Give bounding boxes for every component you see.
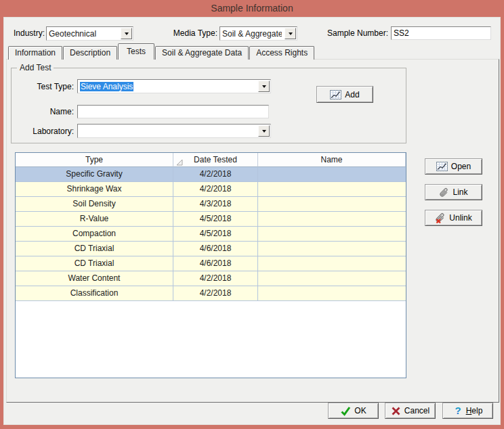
table-row[interactable]: Water Content 4/2/2018 bbox=[16, 271, 406, 286]
dialog-body: Industry: Geotechnical Media Type: Soil … bbox=[3, 17, 501, 425]
cell-date-tested: 4/3/2018 bbox=[173, 197, 258, 212]
sample-number-label: Sample Number: bbox=[316, 28, 388, 38]
cell-date-tested: 4/5/2018 bbox=[173, 227, 258, 242]
test-name-label: Name: bbox=[14, 107, 74, 116]
cell-name bbox=[258, 182, 406, 197]
industry-label: Industry: bbox=[11, 28, 45, 38]
tab-tests[interactable]: Tests bbox=[118, 43, 154, 60]
link-button[interactable]: Link bbox=[425, 184, 482, 200]
chart-icon bbox=[330, 90, 341, 99]
cell-type: Soil Density bbox=[16, 197, 173, 212]
cell-date-tested: 4/2/2018 bbox=[173, 167, 258, 182]
open-button[interactable]: Open bbox=[425, 158, 482, 175]
cell-name bbox=[258, 197, 406, 212]
table-row[interactable]: Classification 4/2/2018 bbox=[16, 286, 406, 301]
cell-name bbox=[258, 256, 406, 271]
cell-date-tested: 4/2/2018 bbox=[173, 286, 258, 301]
laboratory-label: Laboratory: bbox=[14, 127, 74, 136]
cell-type: Classification bbox=[16, 286, 173, 301]
cell-type: Compaction bbox=[16, 227, 173, 242]
ok-button[interactable]: OK bbox=[328, 403, 379, 419]
cell-name bbox=[258, 242, 406, 256]
table-row[interactable]: Shrinkage Wax 4/2/2018 bbox=[16, 182, 406, 197]
x-icon bbox=[391, 406, 401, 416]
test-name-input[interactable] bbox=[77, 105, 269, 118]
svg-text:?: ? bbox=[455, 405, 461, 416]
cell-type: CD Triaxial bbox=[16, 242, 173, 256]
chart-icon bbox=[436, 162, 448, 171]
cell-date-tested: 4/6/2018 bbox=[173, 256, 258, 271]
table-row[interactable]: CD Triaxial 4/6/2018 bbox=[16, 242, 406, 256]
test-type-label: Test Type: bbox=[14, 82, 74, 91]
cell-name bbox=[258, 271, 406, 286]
cell-type: Shrinkage Wax bbox=[16, 182, 173, 197]
table-header-row: Type Date Tested Name bbox=[16, 153, 406, 167]
media-type-value: Soil & Aggregates bbox=[222, 28, 282, 39]
tab-access-rights[interactable]: Access Rights bbox=[249, 46, 314, 60]
column-header-name[interactable]: Name bbox=[258, 153, 406, 167]
cell-name bbox=[258, 227, 406, 242]
title-bar: Sample Information bbox=[0, 0, 504, 17]
cell-name bbox=[258, 212, 406, 227]
cell-date-tested: 4/2/2018 bbox=[173, 271, 258, 286]
table-row[interactable]: CD Triaxial 4/6/2018 bbox=[16, 256, 406, 271]
column-header-date-tested[interactable]: Date Tested bbox=[173, 153, 258, 167]
cell-type: Specific Gravity bbox=[16, 167, 173, 182]
cell-date-tested: 4/5/2018 bbox=[173, 212, 258, 227]
cell-type: CD Triaxial bbox=[16, 256, 173, 271]
dropdown-arrow-icon[interactable] bbox=[258, 125, 270, 137]
dropdown-arrow-icon[interactable] bbox=[285, 28, 296, 39]
cell-date-tested: 4/2/2018 bbox=[173, 182, 258, 197]
dropdown-arrow-icon[interactable] bbox=[258, 81, 270, 92]
check-icon bbox=[340, 406, 351, 416]
table-row[interactable]: Compaction 4/5/2018 bbox=[16, 227, 406, 242]
laboratory-dropdown[interactable] bbox=[77, 124, 271, 138]
column-header-type[interactable]: Type bbox=[16, 153, 173, 167]
tab-soil-aggregate-data[interactable]: Soil & Aggregate Data bbox=[155, 46, 249, 60]
unlink-button[interactable]: Unlink bbox=[425, 210, 482, 226]
test-type-dropdown[interactable]: Sieve Analysis bbox=[77, 79, 271, 93]
tests-table: Type Date Tested Name Specific Gravity 4… bbox=[15, 152, 406, 378]
test-type-selected-text: Sieve Analysis bbox=[80, 82, 133, 91]
media-type-label: Media Type: bbox=[167, 28, 217, 38]
help-button[interactable]: ? Help bbox=[442, 403, 493, 419]
table-row[interactable]: Soil Density 4/3/2018 bbox=[16, 197, 406, 212]
industry-value: Geotechnical bbox=[49, 28, 118, 39]
sort-ascending-icon bbox=[176, 156, 183, 167]
laboratory-value bbox=[80, 126, 255, 137]
dropdown-arrow-icon[interactable] bbox=[121, 28, 132, 39]
industry-dropdown[interactable]: Geotechnical bbox=[46, 26, 133, 41]
cell-name bbox=[258, 286, 406, 301]
table-row[interactable]: R-Value 4/5/2018 bbox=[16, 212, 406, 227]
add-test-button[interactable]: Add bbox=[316, 86, 373, 103]
window-title: Sample Information bbox=[211, 3, 293, 14]
paperclip-icon bbox=[439, 187, 449, 198]
table-empty-area bbox=[16, 301, 406, 378]
tab-information[interactable]: Information bbox=[8, 46, 62, 60]
cancel-button[interactable]: Cancel bbox=[385, 403, 436, 419]
paperclip-broken-icon bbox=[435, 212, 446, 223]
cell-type: R-Value bbox=[16, 212, 173, 227]
sample-information-dialog: Sample Information Industry: Geotechnica… bbox=[0, 0, 504, 429]
tab-bar: Information Description Tests Soil & Agg… bbox=[8, 43, 315, 60]
media-type-dropdown[interactable]: Soil & Aggregates bbox=[219, 26, 297, 41]
cell-type: Water Content bbox=[16, 271, 173, 286]
table-row[interactable]: Specific Gravity 4/2/2018 bbox=[16, 167, 406, 182]
cell-name bbox=[258, 167, 406, 182]
sample-number-input[interactable] bbox=[391, 26, 491, 40]
cell-date-tested: 4/6/2018 bbox=[173, 242, 258, 256]
question-icon: ? bbox=[453, 405, 463, 416]
add-test-group-label: Add Test bbox=[17, 63, 54, 72]
tests-tab-panel: Add Test Test Type: Sieve Analysis Add N… bbox=[6, 59, 499, 403]
tab-description[interactable]: Description bbox=[63, 46, 117, 60]
